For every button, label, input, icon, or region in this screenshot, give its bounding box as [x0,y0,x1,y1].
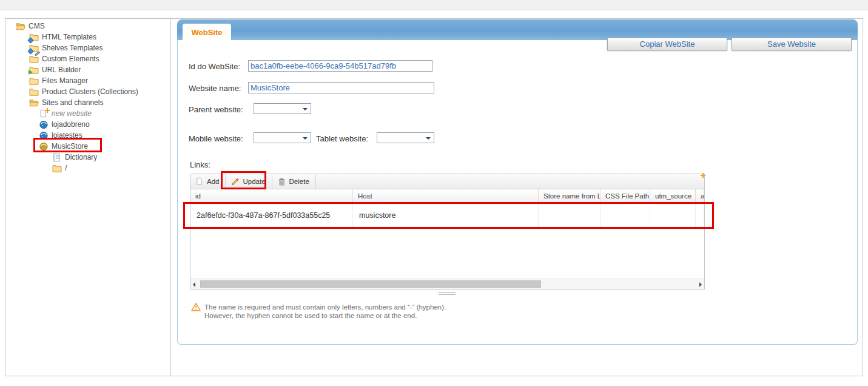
sidebar-item-label: Dictionary [65,153,97,161]
column-header-clipped[interactable]: a [696,189,704,203]
folder-icon [29,87,39,96]
sidebar-item-label: HTML Templates [42,33,96,41]
name-warning: The name is required and must contain on… [191,302,446,320]
table-row[interactable]: 2af6efdc-f30a-487a-867f-5df033a55c25 mus… [190,203,704,228]
sidebar-item-musicstore[interactable]: MusicStore [5,141,170,152]
sidebar-item-label: Shelves Templates [42,44,103,52]
add-link-label: Add [207,178,219,185]
add-link-button[interactable]: Add [190,174,226,189]
website-id-input[interactable] [248,60,432,72]
panel-header-bar [177,19,858,40]
sidebar-item-product-clusters[interactable]: Product Clusters (Collections) [5,86,170,97]
sidebar-item-html-templates[interactable]: HTML Templates [5,32,170,42]
sidebar-item-label: CMS [29,22,45,30]
sidebar-item-label: MusicStore [52,142,88,151]
sidebar-item-label: lojadobreno [52,120,90,129]
sidebar-item-label: Custom Elements [42,55,99,63]
website-panel: WebSite Copiar WebSite Save Website Id d… [177,19,858,345]
template-icon [29,33,39,42]
sidebar-item-custom-elements[interactable]: Custom Elements [5,53,170,64]
sidebar-item-label: lojatestes [52,131,82,140]
link-store-name-cell [539,203,601,228]
globe-blue-icon [39,120,49,129]
column-header-utm-source[interactable]: utm_source [650,189,696,203]
update-link-button[interactable]: Update [226,174,272,189]
scroll-right-icon[interactable] [699,282,702,287]
resize-grip[interactable] [439,292,456,295]
column-header-id[interactable]: id [190,189,353,203]
sidebar-item-label: URL Builder [42,66,81,74]
sidebar-item-files-manager[interactable]: Files Manager [5,75,170,86]
page-add-icon [195,177,204,186]
folder-icon [52,164,62,173]
link-utm-source-cell [650,203,696,228]
copiar-website-button[interactable]: Copiar WebSite [607,38,727,50]
app-frame: CMS HTML Templates Shelves Templates Cus… [5,18,863,376]
globe-gold-icon [39,142,49,151]
horizontal-scrollbar[interactable] [190,279,704,289]
page-add-icon [39,109,49,118]
folder-open-icon [29,98,39,107]
top-bar [0,0,868,10]
links-table-header: id Host Store name from LM CSS File Path… [190,189,704,203]
link-host-cell: musicstore [353,203,539,228]
folder-open-icon [16,22,25,31]
delete-link-button[interactable]: Delete [272,174,316,189]
trash-icon [277,177,286,186]
links-toolbar: Add Update Delete [190,174,704,189]
scrollbar-thumb[interactable] [200,280,541,288]
sidebar-item-shelves-templates[interactable]: Shelves Templates [5,42,170,53]
link-id-cell: 2af6efdc-f30a-487a-867f-5df033a55c25 [190,203,353,228]
update-link-label: Update [243,178,265,185]
chevron-down-icon [303,137,308,142]
warning-line-1: The name is required and must contain on… [204,303,446,312]
column-header-host[interactable]: Host [353,189,539,203]
save-website-button[interactable]: Save Website [732,38,852,50]
warning-line-2: However, the hyphen cannot be used to st… [204,312,446,320]
link-extra-cell [696,203,704,228]
warning-icon [191,302,201,320]
sidebar-item-dictionary[interactable]: Dictionary [5,152,170,163]
sidebar-item-url-builder[interactable]: URL Builder [5,64,170,75]
column-header-css-file-path[interactable]: CSS File Path [601,189,650,203]
link-css-path-cell [601,203,650,228]
sidebar-item-label: Files Manager [42,76,88,85]
globe-blue-icon [39,131,49,140]
website-name-input[interactable] [248,82,434,93]
dictionary-icon [52,153,62,162]
chevron-down-icon [426,137,431,142]
sidebar-item-new-website[interactable]: new website [5,108,170,119]
folder-edit-icon [29,55,39,64]
tablet-website-select[interactable] [377,132,434,143]
sidebar-item-label: new website [52,109,92,118]
tab-website[interactable]: WebSite [183,24,231,41]
tablet-website-label: Tablet website: [316,134,368,143]
links-label: Links: [190,160,210,169]
parent-website-select[interactable] [254,103,311,114]
pencil-icon [230,177,240,186]
sidebar-item-sites-and-channels[interactable]: Sites and channels [5,97,170,108]
cms-tree-sidebar: CMS HTML Templates Shelves Templates Cus… [5,19,171,376]
sidebar-item-label: Sites and channels [42,98,103,107]
sidebar-item-label: / [65,164,67,172]
sidebar-item-label: Product Clusters (Collections) [42,87,138,96]
sidebar-item-lojatestes[interactable]: lojatestes [5,130,170,141]
sidebar-item-lojadobreno[interactable]: lojadobreno [5,119,170,130]
folder-go-icon [29,66,39,75]
website-name-label: Website name: [189,84,241,93]
scroll-left-icon[interactable] [193,282,195,287]
delete-link-label: Delete [289,178,309,185]
template-icon [29,44,39,53]
chevron-down-icon [303,108,308,113]
column-header-store-name[interactable]: Store name from LM [539,189,601,203]
sidebar-item-cms[interactable]: CMS [5,21,170,32]
folder-icon [29,76,39,86]
mobile-website-label: Mobile website: [189,134,243,143]
mobile-website-select[interactable] [254,132,311,143]
website-id-label: Id do WebSite: [189,62,240,71]
parent-website-label: Parent website: [189,105,243,114]
links-table: Add Update Delete id Host Store name fro… [190,174,705,290]
sidebar-item-root-path[interactable]: / [5,163,170,174]
